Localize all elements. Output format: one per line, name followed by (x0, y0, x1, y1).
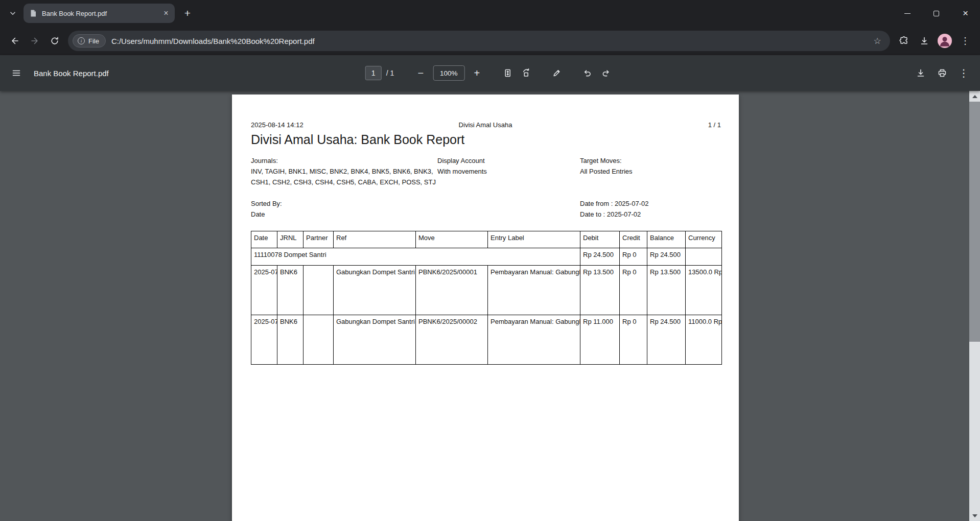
display-account-value: With movements (437, 168, 487, 175)
back-button[interactable] (5, 32, 24, 51)
bookmark-star-button[interactable]: ☆ (871, 34, 884, 48)
cell-entry-label: Pembayaran Manual: Gabungkan Dompet Sant… (488, 266, 580, 315)
pen-icon (551, 68, 562, 78)
undo-button[interactable] (578, 64, 596, 82)
group-account-label: 11110078 Dompet Santri (251, 248, 580, 266)
window-controls: × (893, 0, 980, 27)
browser-menu-button[interactable]: ⋮ (955, 31, 975, 51)
col-header-entry-label: Entry Label (488, 231, 580, 248)
cell-date: 2025-07-02 (251, 315, 277, 365)
file-chip[interactable]: i File (73, 34, 106, 48)
info-icon: i (78, 37, 85, 44)
pdf-content-area: 2025-08-14 14:12 Divisi Amal Usaha 1 / 1… (0, 91, 980, 521)
account-group-row: 11110078 Dompet Santri Rp 24.500 Rp 0 Rp… (251, 248, 722, 266)
journals-line1: INV, TAGIH, BNK1, MISC, BNK2, BNK4, BNK5… (251, 168, 433, 175)
hamburger-icon (11, 68, 21, 78)
scrollbar-up-button[interactable] (969, 91, 980, 102)
maximize-button[interactable] (922, 0, 951, 27)
scrollbar-thumb[interactable] (969, 102, 980, 342)
zoom-in-button[interactable]: + (468, 64, 486, 82)
col-header-jrnl: JRNL (277, 231, 304, 248)
cell-date: 2025-07-02 (251, 266, 277, 315)
triangle-down-icon (972, 514, 977, 517)
forward-button[interactable] (25, 32, 44, 51)
kebab-icon: ⋮ (959, 67, 969, 79)
download-icon (916, 68, 926, 78)
cell-ref: Gabungkan Dompet Santri pembayaran POS d… (334, 315, 416, 365)
cell-jrnl: BNK6 (277, 266, 304, 315)
print-icon (937, 68, 947, 78)
annotate-button[interactable] (547, 64, 566, 82)
profile-button[interactable] (935, 31, 954, 51)
page-count-label: / 1 (386, 69, 394, 77)
extensions-button[interactable] (894, 31, 914, 51)
date-to: Date to : 2025-07-02 (580, 210, 641, 218)
reload-button[interactable] (45, 32, 64, 51)
downloads-button[interactable] (915, 31, 934, 51)
journals-line2: CSH1, CSH2, CSH3, CSH4, CSH5, CABA, EXCH… (251, 178, 436, 186)
pdf-toolbar-right: ⋮ (912, 64, 980, 82)
report: 2025-08-14 14:12 Divisi Amal Usaha 1 / 1… (232, 94, 739, 521)
col-header-currency: Currency (686, 231, 722, 248)
zoom-level-input[interactable]: 100% (433, 65, 464, 81)
fit-page-icon (502, 68, 512, 78)
browser-tab[interactable]: Bank Book Report.pdf × (24, 4, 175, 23)
vertical-scrollbar[interactable] (969, 91, 980, 521)
cell-entry-label: Pembayaran Manual: Gabungkan Dompet Sant… (488, 315, 580, 365)
page-number-input[interactable]: 1 (365, 66, 382, 80)
tab-title: Bank Book Report.pdf (42, 10, 156, 17)
pdf-toolbar-left: Bank Book Report.pdf (0, 64, 109, 82)
fit-to-page-button[interactable] (498, 64, 517, 82)
report-title: Divisi Amal Usaha: Bank Book Report (251, 132, 464, 147)
pdf-menu-button[interactable] (7, 64, 26, 82)
scrollbar-down-button[interactable] (969, 510, 980, 521)
group-currency (686, 248, 722, 266)
tab-strip: Bank Book Report.pdf × + × (0, 0, 980, 27)
cell-debit: Rp 13.500 (580, 266, 620, 315)
target-moves-value: All Posted Entries (580, 168, 633, 175)
redo-button[interactable] (596, 64, 615, 82)
table-row: 2025-07-02 BNK6 Gabungkan Dompet Santri … (251, 315, 722, 365)
close-icon: × (963, 8, 968, 19)
undo-icon (582, 68, 592, 78)
display-account-label: Display Account (437, 157, 485, 164)
col-header-balance: Balance (647, 231, 686, 248)
report-company: Divisi Amal Usaha (232, 121, 739, 129)
url-text[interactable]: C:/Users/muhmm/Downloads/Bank%20Book%20R… (111, 37, 865, 45)
address-toolbar: i File C:/Users/muhmm/Downloads/Bank%20B… (0, 27, 980, 55)
col-header-ref: Ref (334, 231, 416, 248)
cell-credit: Rp 0 (620, 315, 647, 365)
pdf-toolbar-center: 1 / 1 − 100% + (365, 55, 615, 91)
address-bar[interactable]: i File C:/Users/muhmm/Downloads/Bank%20B… (68, 31, 890, 51)
pdf-menu-kebab-button[interactable]: ⋮ (954, 64, 973, 82)
group-debit: Rp 24.500 (580, 248, 620, 266)
window-close-button[interactable]: × (951, 0, 980, 27)
col-header-partner: Partner (304, 231, 334, 248)
triangle-up-icon (972, 95, 977, 98)
zoom-out-button[interactable]: − (411, 64, 430, 82)
cell-partner (304, 315, 334, 365)
sorted-by-value: Date (251, 210, 265, 218)
puzzle-icon (899, 36, 909, 46)
pdf-print-button[interactable] (933, 64, 951, 82)
arrow-left-icon (10, 36, 20, 46)
tab-search-button[interactable] (5, 6, 20, 21)
date-from: Date from : 2025-07-02 (580, 200, 648, 207)
cell-ref: Gabungkan Dompet Santri pembayaran POS d… (334, 266, 416, 315)
pdf-favicon-icon (29, 9, 37, 17)
sorted-by-label: Sorted By: (251, 200, 282, 207)
arrow-right-icon (30, 36, 40, 46)
rotate-button[interactable] (517, 64, 535, 82)
rotate-icon (521, 68, 531, 78)
minimize-icon (904, 13, 911, 14)
file-chip-label: File (88, 37, 99, 45)
download-icon (919, 36, 929, 46)
cell-credit: Rp 0 (620, 266, 647, 315)
star-icon: ☆ (873, 36, 881, 46)
tab-close-button[interactable]: × (160, 8, 172, 19)
minimize-button[interactable] (893, 0, 922, 27)
report-page-indicator: 1 / 1 (708, 121, 721, 129)
pdf-download-button[interactable] (912, 64, 930, 82)
maximize-icon (934, 11, 939, 16)
new-tab-button[interactable]: + (180, 6, 195, 21)
